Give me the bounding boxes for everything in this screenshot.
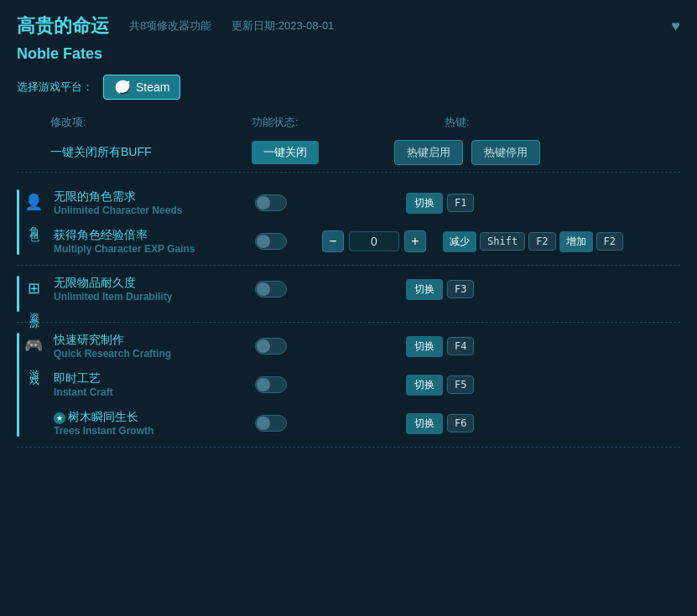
hotkey-toggle-btn-unlimited-durability[interactable]: 切换: [406, 279, 443, 300]
stepper-area-multiply-exp: −+: [322, 230, 426, 252]
mod-name-en-instant-craft: Instant Craft: [54, 386, 238, 398]
steam-icon: [114, 79, 131, 96]
hotkey-key-quick-research: F4: [447, 337, 474, 355]
platform-steam-button[interactable]: Steam: [103, 75, 180, 100]
hotkey-multi-multiply-exp: 减少ShiftF2增加F2: [443, 231, 623, 252]
hotkey-key-unlimited-durability: F3: [447, 280, 474, 298]
sections-container: 👤角 色无限的角色需求Unlimited Character Needs切换F1…: [17, 179, 680, 448]
game-title-en: Noble Fates: [17, 45, 680, 63]
toggle-multiply-exp[interactable]: [255, 233, 287, 250]
hotkey-key-instant-craft: F5: [447, 375, 474, 394]
toggle-quick-research[interactable]: [255, 338, 287, 355]
section-bar-resources: [17, 276, 19, 312]
mod-row-trees-instant: ★树木瞬间生长Trees Instant Growth切换F6: [54, 410, 680, 437]
section-bar-gameplay: [17, 333, 19, 437]
hotkey-area-trees-instant: 切换F6: [406, 413, 474, 434]
mod-name-en-unlimited-durability: Unlimited Item Durability: [54, 291, 238, 303]
header: 高贵的命运 共8项修改器功能 更新日期:2023-08-01 ♥: [17, 13, 680, 39]
toggle-area-multiply-exp: [255, 233, 322, 250]
oneclick-row: 一键关闭所有BUFF 一键关闭 热键启用 热键停用: [17, 133, 680, 173]
section-character: 👤角 色无限的角色需求Unlimited Character Needs切换F1…: [17, 179, 680, 266]
toggle-area-instant-craft: [255, 376, 322, 393]
section-sidebar-resources: ⊞资 源: [17, 276, 50, 312]
mod-name-en-unlimited-needs: Unlimited Character Needs: [54, 204, 238, 216]
mod-name-cn-instant-craft: 即时工艺: [54, 371, 238, 386]
toggle-area-trees-instant: [255, 415, 322, 432]
hotkey-area-instant-craft: 切换F5: [406, 375, 474, 396]
oneclick-close-button[interactable]: 一键关闭: [252, 141, 319, 164]
toggle-instant-craft[interactable]: [255, 376, 287, 393]
hotkey-toggle-btn-instant-craft[interactable]: 切换: [406, 375, 443, 396]
mod-name-cn-trees-instant: ★树木瞬间生长: [54, 410, 238, 425]
header-meta-date: 更新日期:2023-08-01: [231, 18, 334, 34]
section-content-character: 无限的角色需求Unlimited Character Needs切换F1获得角色…: [50, 189, 680, 255]
mod-row-multiply-exp: 获得角色经验倍率Multiply Character EXP Gains−+减少…: [54, 228, 680, 255]
section-icon-resources: ⊞: [28, 279, 40, 298]
platform-row: 选择游戏平台： Steam: [17, 75, 680, 100]
mod-row-unlimited-durability: 无限物品耐久度Unlimited Item Durability切换F3: [54, 276, 680, 303]
section-label-resources: 资 源: [27, 304, 41, 312]
mod-row-unlimited-needs: 无限的角色需求Unlimited Character Needs切换F1: [54, 189, 680, 216]
section-content-resources: 无限物品耐久度Unlimited Item Durability切换F3: [50, 276, 680, 312]
section-sidebar-gameplay: 🎮游 戏: [17, 333, 50, 437]
platform-label: 选择游戏平台：: [17, 80, 93, 95]
mod-name-cn-quick-research: 快速研究制作: [54, 333, 238, 348]
mod-name-block-instant-craft: 即时工艺Instant Craft: [54, 371, 238, 398]
mod-name-block-multiply-exp: 获得角色经验倍率Multiply Character EXP Gains: [54, 228, 238, 255]
star-badge-trees-instant: ★: [54, 412, 65, 424]
mod-name-block-unlimited-needs: 无限的角色需求Unlimited Character Needs: [54, 189, 238, 216]
mod-name-cn-unlimited-durability: 无限物品耐久度: [54, 276, 238, 291]
oneclick-actions: 一键关闭 热键启用 热键停用: [252, 140, 540, 165]
section-content-gameplay: 快速研究制作Quick Research Crafting切换F4即时工艺Ins…: [50, 333, 680, 437]
mod-name-block-quick-research: 快速研究制作Quick Research Crafting: [54, 333, 238, 360]
hotkey-decrease-multiply-exp[interactable]: 减少: [443, 231, 476, 252]
mod-row-instant-craft: 即时工艺Instant Craft切换F5: [54, 371, 680, 398]
col-header-mod: 修改项:: [50, 115, 235, 130]
stepper-plus-multiply-exp[interactable]: +: [404, 230, 426, 252]
hotkey-f-left-multiply-exp: F2: [528, 232, 555, 251]
toggle-unlimited-needs[interactable]: [255, 194, 287, 211]
stepper-minus-multiply-exp[interactable]: −: [322, 230, 344, 252]
toggle-area-quick-research: [255, 338, 322, 355]
hotkey-toggle-btn-trees-instant[interactable]: 切换: [406, 413, 443, 434]
col-header-status: 功能状态:: [252, 115, 377, 130]
stepper-value-multiply-exp[interactable]: [349, 231, 399, 251]
toggle-unlimited-durability[interactable]: [255, 281, 287, 298]
section-sidebar-character: 👤角 色: [17, 189, 50, 255]
hotkey-shift-multiply-exp: Shift: [480, 232, 525, 251]
mod-name-en-trees-instant: Trees Instant Growth: [54, 425, 238, 437]
game-title-cn: 高贵的命运: [17, 13, 109, 39]
toggle-area-unlimited-needs: [255, 194, 322, 211]
mod-name-cn-multiply-exp: 获得角色经验倍率: [54, 228, 238, 243]
app-container: 高贵的命运 共8项修改器功能 更新日期:2023-08-01 ♥ Noble F…: [0, 0, 697, 616]
section-bar-character: [17, 189, 19, 255]
hotkey-area-unlimited-needs: 切换F1: [406, 193, 474, 214]
toggle-trees-instant[interactable]: [255, 415, 287, 432]
col-header-hotkey: 热键:: [445, 115, 470, 130]
section-label-gameplay: 游 戏: [27, 361, 41, 369]
mod-name-cn-unlimited-needs: 无限的角色需求: [54, 189, 238, 204]
toggle-area-unlimited-durability: [255, 281, 322, 298]
mod-name-block-unlimited-durability: 无限物品耐久度Unlimited Item Durability: [54, 276, 238, 303]
hotkey-disable-button[interactable]: 热键停用: [471, 140, 540, 165]
hotkey-area-quick-research: 切换F4: [406, 336, 474, 357]
section-icon-character: 👤: [24, 193, 43, 211]
section-icon-gameplay: 🎮: [24, 336, 43, 355]
header-meta-count: 共8项修改器功能: [129, 18, 211, 34]
mod-name-block-trees-instant: ★树木瞬间生长Trees Instant Growth: [54, 410, 238, 437]
hotkey-enable-button[interactable]: 热键启用: [394, 140, 463, 165]
favorite-icon[interactable]: ♥: [671, 18, 680, 35]
mod-name-en-multiply-exp: Multiply Character EXP Gains: [54, 243, 238, 255]
hotkey-toggle-btn-unlimited-needs[interactable]: 切换: [406, 193, 443, 214]
platform-btn-label: Steam: [136, 80, 169, 94]
hotkey-increase-multiply-exp[interactable]: 增加: [559, 231, 593, 252]
mod-row-quick-research: 快速研究制作Quick Research Crafting切换F4: [54, 333, 680, 360]
hotkey-f-right-multiply-exp: F2: [596, 232, 623, 251]
hotkey-toggle-btn-quick-research[interactable]: 切换: [406, 336, 443, 357]
hotkey-key-unlimited-needs: F1: [447, 194, 474, 212]
mod-name-en-quick-research: Quick Research Crafting: [54, 348, 238, 360]
section-resources: ⊞资 源无限物品耐久度Unlimited Item Durability切换F3: [17, 266, 680, 323]
hotkey-key-trees-instant: F6: [447, 414, 474, 432]
hotkey-area-unlimited-durability: 切换F3: [406, 279, 474, 300]
section-label-character: 角 色: [27, 218, 41, 225]
